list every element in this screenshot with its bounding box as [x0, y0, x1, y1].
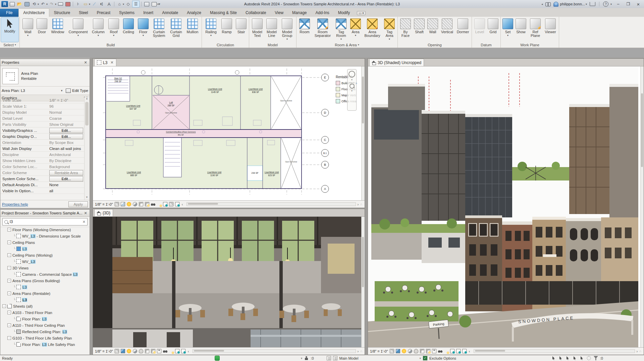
undo-dropdown-icon[interactable]: ▾: [46, 3, 48, 6]
collapse-icon[interactable]: −: [2, 304, 6, 308]
tree-item-l3[interactable]: └L3: [0, 246, 90, 252]
tree-item-wv-l3[interactable]: └WV_L3: [0, 258, 90, 265]
tree-item-reflected-ceiling-plan-l3[interactable]: └Reflected Ceiling Plan: L3: [0, 328, 90, 335]
exterior-view-tab[interactable]: 3D (Shaded) Uncropped: [369, 59, 424, 66]
search-clear-icon[interactable]: ✕: [83, 220, 86, 224]
plan-tab-close-icon[interactable]: ✕: [110, 60, 113, 65]
panel-dropdown-icon[interactable]: ▾: [358, 43, 359, 46]
roof-button[interactable]: Roof▼: [107, 17, 120, 42]
crop-view-icon[interactable]: [139, 202, 143, 206]
revit-logo-icon[interactable]: R: [1, 1, 8, 7]
navbar-dropdown-icon[interactable]: ▾: [351, 79, 353, 81]
interior-view-tab[interactable]: {3D}: [94, 209, 113, 216]
grid-bubble-C[interactable]: C: [324, 138, 326, 142]
reveal-hidden-elements-icon[interactable]: [444, 349, 448, 353]
wall-button[interactable]: Wall▼: [21, 17, 35, 42]
switch-windows-icon[interactable]: [151, 1, 157, 7]
tree-item-area-plans-gross-building[interactable]: −Area Plans (Gross Building): [0, 277, 90, 284]
main-model-label[interactable]: Main Model: [339, 356, 359, 360]
crop-view-icon[interactable]: [420, 349, 424, 353]
set-button[interactable]: Set▼: [502, 17, 514, 42]
aligned-dimension-icon[interactable]: ⟋: [91, 1, 98, 7]
sun-path-icon[interactable]: [127, 349, 131, 353]
tree-item-ceiling-plans-working[interactable]: −Ceiling Plans (Working): [0, 252, 90, 258]
active-workset-icon[interactable]: [304, 356, 309, 360]
thin-lines-icon[interactable]: ☰: [132, 1, 140, 7]
reveal-hidden-elements-icon[interactable]: [169, 349, 173, 353]
interior-vertical-scrollbar[interactable]: [361, 217, 365, 347]
area-boundary-button[interactable]: Area Boundary: [363, 17, 382, 42]
panel-dropdown-icon[interactable]: ▾: [15, 43, 16, 46]
print-icon[interactable]: [57, 1, 64, 7]
visual-style-icon[interactable]: [121, 202, 125, 206]
tab-insert[interactable]: Insert: [139, 9, 158, 17]
detail-level-icon[interactable]: [115, 202, 119, 206]
tab-structure[interactable]: Structure: [49, 9, 74, 17]
room-label[interactable]: Corridor/Utility/Elev (Floor Common): [166, 131, 196, 133]
property-value[interactable]: all: [48, 189, 85, 193]
room-separator-button[interactable]: Room Separator: [312, 17, 333, 42]
show-analytical-model-icon[interactable]: [169, 202, 173, 206]
default-3d-view-icon[interactable]: ⌂: [116, 1, 123, 7]
property-value[interactable]: 96: [48, 104, 85, 108]
background-process-icon[interactable]: [587, 356, 591, 360]
system-color-sche-button[interactable]: Edit...: [49, 176, 83, 182]
column-button[interactable]: Column▼: [90, 17, 107, 42]
property-value[interactable]: None: [48, 183, 85, 187]
dropdown-arrow-icon[interactable]: ▼: [210, 34, 212, 37]
save-icon[interactable]: [23, 1, 30, 7]
redo-dropdown-icon[interactable]: ▾: [55, 3, 56, 6]
property-value[interactable]: Edit...: [48, 176, 85, 182]
displacement-set-icon[interactable]: [462, 349, 467, 353]
collapse-icon[interactable]: −: [7, 241, 11, 244]
text-icon[interactable]: A: [106, 1, 112, 7]
door-button[interactable]: Door: [35, 17, 49, 42]
collapse-icon[interactable]: −: [7, 336, 11, 340]
level-button[interactable]: Level: [473, 17, 486, 42]
model-group-button[interactable]: Model Group▼: [279, 17, 295, 42]
dropdown-arrow-icon[interactable]: ▼: [113, 34, 115, 37]
temporary-hide-isolate-icon[interactable]: [163, 349, 167, 353]
sync-dropdown-icon[interactable]: ▾: [38, 3, 39, 6]
account-dropdown-icon[interactable]: ▾: [586, 3, 587, 6]
temporary-hide-isolate-icon[interactable]: [438, 349, 442, 353]
show-crop-region-icon[interactable]: [426, 349, 430, 353]
room-label[interactable]: Stair S2: [114, 77, 122, 80]
dropdown-arrow-icon[interactable]: ▼: [340, 38, 342, 40]
property-value[interactable]: Edit...: [48, 128, 85, 133]
model-line-button[interactable]: Model Line: [265, 17, 279, 42]
window-button[interactable]: Window: [49, 17, 66, 42]
ceiling-button[interactable]: Ceiling: [121, 17, 136, 42]
crop-view-icon[interactable]: [145, 349, 149, 353]
dropdown-arrow-icon[interactable]: ▼: [355, 34, 357, 37]
grid-bubble-A[interactable]: A: [324, 187, 326, 191]
show-crop-region-icon[interactable]: [151, 349, 155, 353]
temporary-view-properties-icon[interactable]: [163, 202, 167, 206]
minimize-button[interactable]: –: [614, 1, 622, 7]
tree-item-floor-plans-working-dimensions[interactable]: −Floor Plans (Working Dimensions): [0, 226, 90, 233]
tab-manage[interactable]: Manage: [288, 9, 311, 17]
tab-collaborate[interactable]: Collaborate: [241, 9, 270, 17]
unlocked-view-icon[interactable]: [432, 349, 436, 353]
visual-style-3d-icon[interactable]: [396, 349, 400, 353]
exterior-canvas[interactable]: Parking SNOWDON PLACE: [368, 66, 640, 347]
undo-icon[interactable]: ↶: [40, 1, 46, 7]
tag-room-button[interactable]: Tag Room▼: [334, 17, 348, 42]
show-crop-region-icon[interactable]: [145, 202, 149, 206]
worksharing-display-icon[interactable]: [456, 349, 461, 353]
tab-view[interactable]: View: [270, 9, 288, 17]
collapse-icon[interactable]: −: [7, 292, 11, 295]
ref-plane-button[interactable]: Ref Plane: [528, 17, 543, 42]
exterior-horizontal-scrollbar[interactable]: [474, 349, 635, 353]
sun-path-icon[interactable]: [127, 202, 131, 206]
dropdown-arrow-icon[interactable]: ▼: [388, 38, 391, 40]
room-label[interactable]: Live/Work Unit: [207, 171, 221, 173]
sun-path-icon[interactable]: [402, 349, 406, 353]
plan-scale[interactable]: 1/8" = 1'-0": [95, 202, 113, 206]
room-button[interactable]: Room: [298, 17, 312, 42]
by-face-button[interactable]: By Face: [399, 17, 412, 42]
grid-button[interactable]: Grid: [487, 17, 499, 42]
store-cart-icon[interactable]: [590, 2, 595, 6]
filter-icon[interactable]: [594, 356, 598, 360]
project-browser-title-bar[interactable]: Project Browser - Snowdon Towers Sample …: [0, 210, 90, 217]
